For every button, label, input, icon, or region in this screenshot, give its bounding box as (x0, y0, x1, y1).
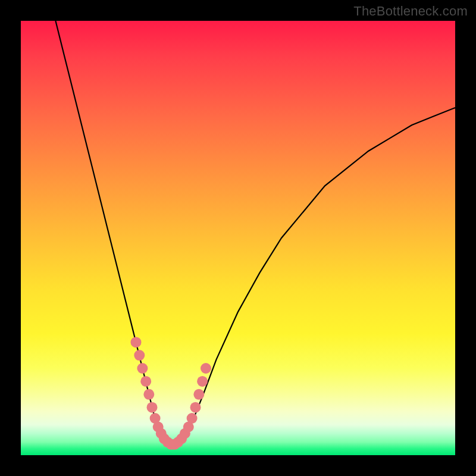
highlight-dot (147, 402, 158, 413)
highlight-dot (134, 350, 145, 361)
highlight-dot (197, 376, 208, 387)
highlight-dot (140, 376, 151, 387)
watermark-text: TheBottleneck.com (353, 4, 468, 19)
chart-frame: TheBottleneck.com (0, 0, 476, 476)
highlight-dot (190, 402, 201, 413)
bottleneck-curve (55, 21, 455, 446)
highlight-dot (137, 363, 148, 374)
plot-area (21, 21, 455, 455)
highlight-dot (143, 389, 154, 400)
highlight-dot (201, 363, 211, 374)
highlight-dot (131, 337, 142, 347)
curve-svg (21, 21, 455, 455)
highlight-dot (193, 389, 204, 400)
highlight-dot (187, 413, 198, 424)
highlight-dots (131, 337, 212, 450)
